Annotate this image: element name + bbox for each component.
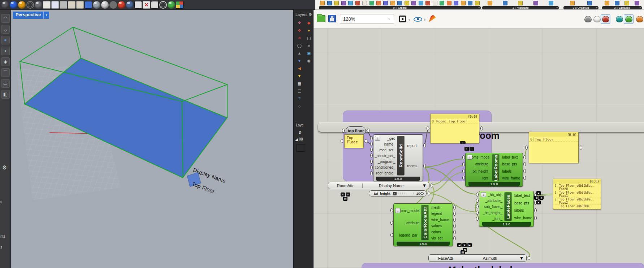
output-port[interactable] xyxy=(453,230,456,234)
tab-expand-icon[interactable]: ▾ xyxy=(639,6,641,9)
sphere-group-icon[interactable] xyxy=(35,1,42,9)
ribbon-icon[interactable] xyxy=(433,1,437,5)
edit-tool-icon[interactable]: ◧ xyxy=(1,90,10,99)
zoom-widget[interactable]: − xyxy=(346,193,350,196)
input-port[interactable] xyxy=(370,171,373,175)
ribbon-icon[interactable] xyxy=(533,1,538,5)
output-port[interactable] xyxy=(453,218,456,222)
output-port[interactable] xyxy=(365,139,367,143)
component-menu-arrow-icon[interactable]: ↓ xyxy=(467,155,472,160)
dark-square-icon[interactable]: ■ xyxy=(306,43,312,48)
yellow-ring-sphere-icon[interactable] xyxy=(109,1,117,9)
open-file-icon[interactable] xyxy=(317,15,325,22)
plane-tool-icon[interactable]: ▭ xyxy=(1,79,10,88)
output-port[interactable] xyxy=(431,183,433,187)
input-port[interactable] xyxy=(390,233,393,237)
ribbon-icon[interactable] xyxy=(390,1,395,5)
preview-eye-icon[interactable] xyxy=(414,17,422,22)
arc-tool-icon[interactable]: ⌒ xyxy=(1,68,10,77)
ribbon-icon[interactable] xyxy=(475,1,480,5)
chevron-down-icon[interactable]: ▼ xyxy=(44,12,49,19)
jump-widget-down[interactable]: ▼ xyxy=(462,243,467,247)
camera-sphere-icon[interactable] xyxy=(126,1,134,9)
output-mesh[interactable]: mesh xyxy=(431,206,452,209)
ribbon-icon[interactable] xyxy=(635,1,639,5)
output-port[interactable] xyxy=(480,126,483,130)
zoom-level-dropdown[interactable]: 128% ⌄ xyxy=(340,14,394,24)
paintbrush-icon[interactable] xyxy=(429,15,436,22)
layer-expand-icon[interactable]: ◢ xyxy=(295,137,298,141)
input-constrset[interactable]: _constr_set_ xyxy=(374,154,395,158)
output-port[interactable] xyxy=(523,169,526,173)
color-grid-icon[interactable] xyxy=(176,1,183,9)
input-port[interactable] xyxy=(427,126,429,130)
solid-tool-icon[interactable]: ◗ xyxy=(1,47,10,55)
output-port[interactable] xyxy=(453,224,456,228)
ribbon-icon[interactable] xyxy=(419,1,423,5)
house-box-icon[interactable] xyxy=(43,1,51,9)
input-txtheight[interactable]: _txt_height_ xyxy=(466,169,490,173)
shaded-preview-green-icon[interactable] xyxy=(624,14,634,24)
component-colorroomattr[interactable]: _rooms_model_attributelegend_par_ColorRo… xyxy=(393,203,453,246)
ribbon-icon[interactable] xyxy=(405,1,409,5)
component-menu-arrow-icon[interactable]: ↓ xyxy=(395,208,401,213)
output-port[interactable] xyxy=(580,146,582,150)
ribbon-icon[interactable] xyxy=(570,1,575,5)
paint-ball-icon[interactable] xyxy=(168,1,175,9)
input-conditioned[interactable]: conditioned_ xyxy=(374,165,395,169)
output-port[interactable] xyxy=(534,216,537,220)
output-rooms[interactable]: rooms xyxy=(407,164,422,168)
input-roofangle[interactable]: _roof_angle_ xyxy=(374,171,395,175)
panel-room-name[interactable]: Top Floor xyxy=(344,134,364,148)
wireframe-preview-icon[interactable] xyxy=(592,14,602,24)
ribbon-icon[interactable] xyxy=(549,1,553,5)
ribbon-icon[interactable] xyxy=(624,1,629,5)
value-list-selected[interactable]: Azimuth xyxy=(463,256,517,260)
polar-bear-box-icon[interactable] xyxy=(51,1,59,9)
output-port[interactable] xyxy=(528,256,530,260)
search-icon[interactable]: ◌ xyxy=(297,103,302,109)
grid-sphere-icon[interactable] xyxy=(1,1,9,9)
frame-box-icon[interactable] xyxy=(134,1,142,9)
capsule-tile-icon[interactable] xyxy=(60,1,67,9)
ribbon-icon[interactable] xyxy=(587,1,592,5)
paint-drop-icon[interactable]: ❖ xyxy=(297,20,302,26)
panel-room-report[interactable]: {0;0}0Room: Top Floor xyxy=(430,114,479,143)
component-roomsolid[interactable]: _geo_name__mod_set__constr_set__program_… xyxy=(373,134,423,181)
gh-canvas[interactable]: Make a room Make the labels top floor To… xyxy=(314,29,644,268)
jump-widget-pause[interactable]: ‖ xyxy=(539,196,544,200)
help-icon[interactable]: ? xyxy=(297,96,302,101)
ribbon-icon[interactable] xyxy=(369,1,374,5)
input-font[interactable]: _font_ xyxy=(466,176,490,180)
ribbon-icon[interactable] xyxy=(320,1,325,5)
zoom-widget[interactable]: ▤ xyxy=(461,250,465,254)
red-x-box-icon[interactable]: ✕ xyxy=(143,1,150,9)
funnel-icon[interactable]: ▼ xyxy=(297,73,302,79)
grid-icon[interactable]: ▦ xyxy=(297,81,302,86)
rhino-viewport[interactable]: Perspective ▼ Display Name Top Floor xyxy=(11,10,293,268)
component-name-bar[interactable]: LabelRooms xyxy=(492,154,500,181)
output-port[interactable] xyxy=(523,162,526,166)
ribbon-icon[interactable] xyxy=(383,1,388,5)
output-port[interactable] xyxy=(423,164,426,168)
tab------visualize[interactable]: 1 :: Visualize▾ xyxy=(482,6,559,9)
ribbon-icon[interactable] xyxy=(348,1,353,5)
zoom-widget[interactable]: − xyxy=(470,147,474,151)
capsule-tile-icon[interactable] xyxy=(76,1,84,9)
output-visset[interactable]: vis_set xyxy=(431,236,452,240)
input-attribute[interactable]: _attribute xyxy=(394,221,419,225)
gear-icon[interactable]: ⚙ xyxy=(308,12,312,17)
input-port[interactable] xyxy=(476,204,479,208)
ribbon-icon[interactable] xyxy=(355,1,360,5)
half-sphere-icon[interactable] xyxy=(101,1,109,9)
tab-expand-icon[interactable]: ▾ xyxy=(596,6,597,9)
output-port[interactable] xyxy=(428,191,430,195)
output-labels[interactable]: labels xyxy=(514,208,533,212)
circle-outline-icon[interactable]: ◯ xyxy=(297,43,302,48)
tab------serialize[interactable]: 3 :: Serialize▾ xyxy=(602,6,642,9)
chevron-down-icon[interactable]: ⌄ xyxy=(388,16,391,21)
arrow-down-icon[interactable]: ▼ xyxy=(297,58,302,64)
input-port[interactable] xyxy=(390,208,393,212)
output-basepts[interactable]: base_pts xyxy=(502,162,522,166)
gear-icon[interactable]: ⚙ xyxy=(2,164,7,171)
